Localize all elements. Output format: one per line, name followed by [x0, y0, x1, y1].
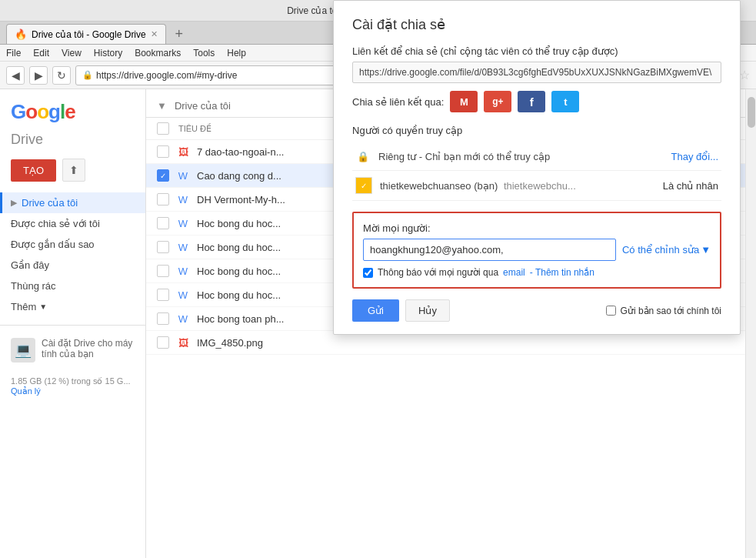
file-checkbox[interactable] [157, 312, 169, 325]
cancel-button[interactable]: Hủy [405, 299, 450, 322]
invite-permission-dropdown[interactable]: Có thể chỉnh sửa ▼ [622, 244, 711, 256]
sidebar-divider [0, 325, 145, 326]
menu-help[interactable]: Help [227, 48, 246, 58]
install-drive-item[interactable]: 💻 Cài đặt Drive cho máy tính của bạn [0, 330, 145, 370]
lock-icon: 🔒 [355, 149, 371, 164]
invite-row: Có thể chỉnh sửa ▼ [363, 239, 711, 261]
menu-history[interactable]: History [94, 48, 122, 58]
file-checkbox[interactable]: ✓ [157, 169, 169, 182]
bookmark-star-icon[interactable]: ☆ [739, 68, 750, 82]
menu-tools[interactable]: Tools [193, 48, 215, 58]
manage-link[interactable]: Quản lý [11, 386, 135, 396]
sidebar-item-label: Được chia sẻ với tôi [11, 218, 100, 229]
sidebar-item-shared[interactable]: Được chia sẻ với tôi [0, 213, 145, 234]
file-type-icon: W [175, 239, 191, 255]
file-type-icon: W [175, 168, 191, 183]
share-dialog: Cài đặt chia sẻ Liên kết để chia sẻ (chỉ… [333, 0, 741, 335]
share-link-label: Liên kết để chia sẻ (chỉ cộng tác viên c… [352, 45, 721, 57]
file-checkbox[interactable] [157, 145, 169, 158]
file-checkbox[interactable] [157, 241, 169, 253]
access-section: Người có quyền truy cập 🔒 Riêng tư - Chỉ… [352, 125, 721, 201]
lock-icon: 🔒 [82, 70, 93, 80]
menu-edit[interactable]: Edit [33, 48, 49, 58]
arrow-icon: ▶ [11, 198, 17, 208]
share-gmail-button[interactable]: M [450, 91, 478, 112]
share-link-input[interactable] [352, 62, 721, 83]
invite-perm-label: Có thể chỉnh sửa [622, 244, 699, 256]
file-checkbox[interactable] [157, 193, 169, 205]
file-checkbox[interactable] [157, 289, 169, 301]
notify-checkbox[interactable] [363, 268, 373, 278]
menu-bookmarks[interactable]: Bookmarks [135, 48, 181, 58]
add-message-link[interactable]: - Thêm tin nhắn [530, 267, 594, 278]
owner-avatar: ✓ [355, 177, 372, 194]
menu-view[interactable]: View [62, 48, 82, 58]
access-title: Người có quyền truy cập [352, 125, 721, 136]
reload-button[interactable]: ↻ [52, 66, 71, 85]
file-type-icon: 🖼 [175, 335, 191, 350]
file-type-icon: W [175, 216, 191, 231]
install-drive-icon: 💻 [11, 338, 35, 363]
file-type-icon: W [175, 192, 191, 207]
dialog-title: Cài đặt chia sẻ [352, 16, 721, 33]
sidebar-item-recent[interactable]: Gần đây [0, 255, 145, 276]
file-checkbox[interactable] [157, 336, 169, 349]
file-checkbox[interactable] [157, 265, 169, 277]
create-button[interactable]: TẠO [11, 159, 56, 182]
access-row-owner: ✓ thietkewebchuanseo (bạn) thietkewebchu… [352, 171, 721, 201]
tab-label: Drive của tôi - Google Drive [32, 29, 146, 40]
select-all-check[interactable] [157, 122, 172, 135]
menu-file[interactable]: File [6, 48, 21, 58]
sidebar-item-starred[interactable]: Được gắn dấu sao [0, 234, 145, 255]
sidebar-item-trash[interactable]: Thùng rác [0, 276, 145, 296]
browser-tab[interactable]: 🔥 Drive của tôi - Google Drive ✕ [6, 24, 166, 44]
sidebar: Google Drive TẠO ⬆ ▶ Drive của tôi Được … [0, 89, 146, 558]
send-copy-checkbox[interactable] [606, 306, 616, 316]
file-type-icon: W [175, 263, 191, 279]
notify-label: Thông báo với mọi người qua [378, 267, 498, 278]
file-name: IMG_4850.png [197, 337, 734, 349]
sidebar-item-more[interactable]: Thêm ▼ [0, 296, 145, 317]
share-facebook-button[interactable]: f [518, 91, 545, 112]
send-button[interactable]: Gửi [352, 299, 399, 322]
share-twitter-button[interactable]: t [551, 91, 579, 112]
share-via-label: Chia sẻ liên kết qua: [352, 96, 444, 108]
owner-name: thietkewebchuanseo (bạn) [380, 180, 498, 192]
back-button[interactable]: ◀ [6, 66, 25, 85]
scrollbar-track[interactable] [745, 89, 756, 558]
sidebar-item-my-drive[interactable]: ▶ Drive của tôi [0, 192, 145, 213]
change-access-button[interactable]: Thay đổi... [671, 151, 718, 162]
install-drive-label: Cài đặt Drive cho máy tính của bạn [42, 338, 135, 359]
forward-button[interactable]: ▶ [29, 66, 48, 85]
access-row-private: 🔒 Riêng tư - Chỉ bạn mới có thể truy cập… [352, 142, 721, 171]
file-checkbox[interactable] [157, 217, 169, 229]
facebook-icon: f [530, 95, 534, 109]
access-private-text: Riêng tư - Chỉ bạn mới có thể truy cập [378, 151, 664, 162]
file-type-icon: W [175, 287, 191, 302]
chevron-down-icon: ▼ [701, 244, 711, 256]
owner-role: Là chủ nhân [663, 180, 718, 192]
chevron-down-icon: ▼ [39, 302, 47, 311]
sidebar-item-label: Thêm [11, 301, 36, 312]
notify-email-link[interactable]: email [503, 267, 525, 278]
drive-label: Drive [0, 130, 145, 155]
invite-input[interactable] [363, 239, 616, 261]
filelist-path-icon: ▼ [157, 100, 167, 112]
sidebar-footer: 1.85 GB (12 %) trong số 15 G... Quản lý [0, 370, 145, 403]
invite-label: Mời mọi người: [363, 222, 711, 234]
gplus-icon: g+ [492, 96, 503, 107]
sidebar-item-label: Gần đây [11, 259, 49, 271]
gmail-icon: M [460, 96, 468, 108]
share-gplus-button[interactable]: g+ [484, 91, 511, 112]
dialog-footer: Gửi Hủy Gửi bản sao tới chính tôi [352, 299, 721, 322]
send-copy-label: Gửi bản sao tới chính tôi [621, 306, 721, 316]
tab-close-icon[interactable]: ✕ [151, 29, 158, 39]
sidebar-item-label: Được gắn dấu sao [11, 239, 95, 250]
tab-favicon: 🔥 [15, 28, 27, 40]
storage-text: 1.85 GB (12 %) trong số 15 G... [11, 376, 135, 386]
upload-button[interactable]: ⬆ [62, 159, 85, 182]
scrollbar-thumb[interactable] [748, 97, 755, 128]
new-tab-button[interactable]: + [169, 24, 189, 44]
twitter-icon: t [564, 96, 567, 108]
filelist-title: Drive của tôi [175, 100, 231, 112]
